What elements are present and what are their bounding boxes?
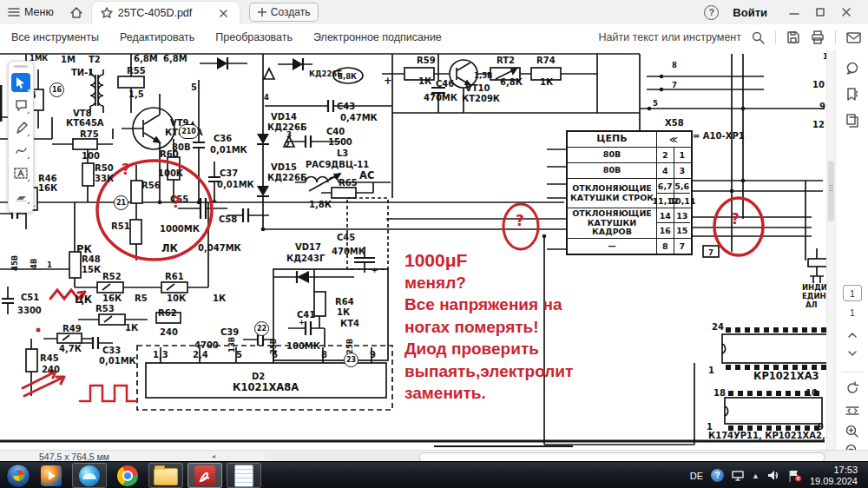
tray-help-icon[interactable] [711, 469, 724, 482]
create-label: Создать [271, 6, 311, 18]
acrobat-icon [194, 465, 215, 486]
search-label[interactable]: Найти текст или инструмент [599, 31, 741, 43]
pencil-icon [15, 122, 28, 135]
menu-esign[interactable]: Электронное подписание [313, 31, 442, 43]
edit-tool[interactable] [11, 118, 30, 137]
menu-label: Меню [24, 6, 54, 18]
taskbar-notepad[interactable] [227, 463, 261, 488]
draw-tool[interactable] [11, 141, 30, 160]
comment-tool[interactable] [11, 96, 30, 115]
comment-icon [845, 62, 859, 76]
volume-icon[interactable] [767, 470, 780, 481]
star-icon [101, 7, 113, 19]
action-center-flag-icon[interactable] [788, 470, 802, 482]
note-line: Диод проверить [404, 338, 587, 360]
fit-width-icon [845, 405, 859, 417]
help-icon[interactable] [704, 5, 719, 20]
document-tab[interactable]: 25ТС-405D.pdf [91, 1, 240, 25]
previous-page-button[interactable] [836, 330, 868, 340]
create-button[interactable]: Создать [249, 3, 319, 22]
bookmarks-panel-button[interactable] [845, 87, 860, 102]
clock-date: 19.09.2024 [810, 476, 858, 487]
tray-expand-icon[interactable]: ▲ [752, 472, 760, 480]
horizontal-scrollbar[interactable] [265, 452, 827, 460]
save-icon[interactable] [786, 30, 800, 44]
pages-panel-button[interactable] [845, 113, 860, 129]
media-player-icon [41, 465, 62, 486]
zoom-in-icon [845, 425, 859, 439]
page-number-input[interactable]: 1 [843, 285, 862, 301]
restore-button[interactable] [807, 2, 833, 23]
handwritten-note: 1000μFменял?Все напряжения наногах помер… [404, 249, 587, 405]
tray-display-icon[interactable] [732, 471, 744, 481]
tab-title: 25ТС-405D.pdf [118, 7, 192, 19]
status-bar: 547,5 x 764,5 мм ◂ [0, 450, 868, 462]
chrome-icon [117, 465, 138, 486]
windows-taskbar: DE ▲ 17:53 19.09.2024 [0, 461, 868, 488]
language-indicator[interactable]: DE [690, 471, 703, 481]
zoom-in-button[interactable] [845, 424, 860, 439]
system-tray: DE ▲ 17:53 19.09.2024 [690, 465, 868, 487]
pdf-page-canvas[interactable]: 1МК1МТ2ТИ-16,8М6,8МR551,55КД226Б6,8КVT9К… [0, 50, 826, 450]
hamburger-icon [8, 7, 20, 17]
start-button[interactable] [6, 464, 30, 488]
chevron-up-icon [848, 332, 857, 338]
cursor-icon [16, 76, 27, 89]
right-sidebar: 1 1 [835, 50, 868, 450]
speech-bubble-icon [15, 99, 28, 112]
chevron-down-icon [848, 351, 857, 357]
search-icon[interactable] [752, 31, 765, 44]
clock-time: 17:53 [810, 465, 858, 476]
minimize-button[interactable] [781, 2, 807, 23]
acrobat-titlebar: Меню 25ТС-405D.pdf Создать Войти [0, 0, 868, 25]
text-box-tool[interactable] [11, 163, 30, 182]
note-line: Все напряжения на [404, 293, 587, 316]
menu-all-tools[interactable]: Все инструменты [11, 31, 99, 43]
bookmark-icon [846, 88, 858, 102]
menu-button[interactable]: Меню [0, 0, 62, 24]
quick-tools-panel [8, 61, 34, 213]
note-line: ногах померять! [404, 316, 587, 339]
fit-width-button[interactable] [845, 403, 860, 419]
text-box-icon [14, 167, 28, 180]
mail-icon[interactable] [846, 32, 861, 43]
rotate-icon [845, 381, 859, 395]
windows-flag-icon [13, 470, 24, 481]
panel-grip[interactable] [14, 65, 28, 68]
home-icon [69, 6, 83, 19]
sign-in-button[interactable]: Войти [733, 6, 767, 19]
menu-edit[interactable]: Редактировать [120, 31, 194, 43]
menu-convert[interactable]: Преобразовать [215, 31, 293, 43]
next-page-button[interactable] [836, 349, 868, 359]
taskbar-clock[interactable]: 17:53 19.09.2024 [810, 465, 861, 487]
close-tab-icon[interactable] [220, 10, 227, 17]
page-total: 1 [836, 307, 868, 318]
taskbar-media-player[interactable] [35, 464, 68, 487]
separator [775, 30, 776, 44]
divider [842, 372, 863, 373]
pages-icon [845, 114, 859, 128]
note-line: заменить. [404, 382, 587, 405]
tools-toolbar: Все инструменты Редактировать Преобразов… [0, 24, 868, 51]
comments-panel-button[interactable] [845, 61, 860, 76]
print-icon[interactable] [811, 30, 825, 44]
close-window-button[interactable] [833, 2, 859, 23]
separator [835, 30, 836, 44]
edge-icon [79, 465, 100, 486]
highlight-tool[interactable] [11, 186, 30, 205]
home-button[interactable] [62, 0, 91, 24]
page-dimensions: 547,5 x 764,5 мм [39, 452, 109, 462]
connector-table: ЦЕПЬ≪80В2180В43ОТКЛОНЯЮЩИЕКАТУШКИ СТРОК6… [566, 130, 693, 255]
taskbar-edge[interactable] [72, 463, 107, 488]
note-line: выпаять,электролит [404, 360, 587, 383]
explorer-icon [154, 468, 178, 485]
hscroll-left-arrow[interactable]: ◂ [212, 452, 215, 460]
taskbar-acrobat[interactable] [187, 463, 222, 488]
signature-curve-icon [15, 144, 28, 157]
notepad-icon [234, 465, 253, 487]
taskbar-chrome[interactable] [111, 464, 144, 487]
select-tool[interactable] [11, 73, 30, 92]
vertical-scrollbar-thumb[interactable] [828, 161, 834, 221]
rotate-page-button[interactable] [845, 380, 860, 396]
taskbar-explorer[interactable] [148, 463, 183, 488]
